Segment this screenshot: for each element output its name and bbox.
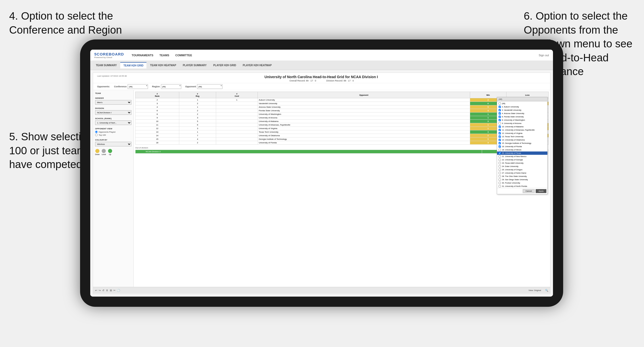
dropdown-checkbox[interactable] — [499, 169, 501, 171]
dropdown-checkbox[interactable] — [499, 178, 501, 181]
zoom-icon[interactable]: 🔍 — [545, 289, 548, 292]
dropdown-item[interactable]: 11. University of Arkansas, Fayetteville — [497, 128, 547, 132]
apply-button[interactable]: Apply — [536, 189, 546, 193]
td-opponent: University of Washington — [258, 113, 470, 116]
tab-team-h2h-heatmap[interactable]: TEAM H2H HEATMAP — [147, 62, 179, 68]
dropdown-item-label: 2. Auburn University — [502, 106, 519, 108]
region-select[interactable]: (All) — [161, 84, 181, 89]
conference-select-wrapper[interactable]: (All) — [128, 84, 148, 89]
dropdown-item[interactable]: 20. University of Texas — [497, 151, 547, 155]
division-record: Division Record: 88 · 17 · 0 — [326, 79, 354, 82]
dropdown-checkbox[interactable] — [499, 162, 501, 164]
tab-player-summary[interactable]: PLAYER SUMMARY — [180, 62, 210, 68]
dropdown-checkbox[interactable] — [499, 182, 501, 184]
td-opponent: Florida State University — [258, 109, 470, 113]
gender-select[interactable]: Men's — [95, 100, 131, 105]
radio-top100[interactable]: Top 100 — [95, 134, 131, 136]
dropdown-item[interactable]: 15. Georgia Institute of Technology — [497, 142, 547, 145]
dropdown-item[interactable]: 30. Purdue University — [497, 181, 547, 185]
dropdown-item[interactable]: 21. University of New Mexico — [497, 155, 547, 158]
dropdown-item[interactable]: 27. University of Notre Dame — [497, 171, 547, 175]
dropdown-checkbox[interactable] — [499, 129, 501, 131]
dropdown-item[interactable]: 6. Florida State University — [497, 115, 547, 118]
nav-teams[interactable]: TEAMS — [159, 53, 169, 58]
dropdown-checkbox[interactable] — [499, 109, 501, 111]
dropdown-checkbox[interactable] — [499, 102, 501, 105]
dropdown-checkbox[interactable] — [499, 132, 501, 134]
tab-team-summary[interactable]: TEAM SUMMARY — [93, 62, 120, 68]
dropdown-item[interactable]: 25. University of Oregon — [497, 168, 547, 171]
pause-icon[interactable]: ⏸ — [106, 289, 108, 292]
tab-player-h2h-heatmap[interactable]: PLAYER H2H HEATMAP — [240, 62, 275, 68]
td-opponent: Vanderbilt University — [258, 102, 470, 105]
dropdown-item[interactable]: (All) — [497, 102, 547, 105]
dropdown-checkbox[interactable] — [499, 145, 501, 148]
td-opponent: University of Virginia — [258, 127, 470, 130]
dropdown-checkbox[interactable] — [499, 126, 501, 128]
nav-committee[interactable]: COMMITTEE — [175, 53, 192, 58]
dropdown-checkbox[interactable] — [499, 116, 501, 118]
copy-icon[interactable]: ⊞ — [110, 289, 112, 292]
dropdown-item-label: 27. University of Notre Dame — [502, 172, 526, 174]
dropdown-item-label: 24. Duke University — [502, 165, 518, 168]
opponent-select[interactable]: (All) — [197, 84, 222, 89]
dropdown-item-label: 21. University of New Mexico — [502, 155, 527, 158]
dropdown-checkbox[interactable] — [499, 165, 501, 168]
cut-icon[interactable]: ✂ — [113, 289, 115, 292]
td-conf — [216, 127, 258, 130]
dropdown-item[interactable]: 2. Auburn University — [497, 105, 547, 108]
opponent-select-wrapper[interactable]: (All) — [197, 84, 222, 89]
radio-top100-input[interactable] — [95, 134, 98, 136]
td-rank: 10 — [136, 120, 179, 123]
dropdown-checkbox[interactable] — [499, 175, 501, 177]
dropdown-item[interactable]: 8. University of Washington — [497, 118, 547, 122]
colour-select[interactable]: Win/loss — [95, 142, 131, 146]
dropdown-checkbox[interactable] — [499, 106, 501, 108]
tab-player-h2h-grid[interactable]: PLAYER H2H GRID — [210, 62, 239, 68]
dropdown-checkbox[interactable] — [499, 159, 501, 161]
conference-select[interactable]: (All) — [128, 84, 148, 89]
tab-team-h2h-grid[interactable]: TEAM H2H GRID — [120, 62, 146, 68]
dropdown-item[interactable]: 28. The Ohio State University — [497, 175, 547, 178]
division-select[interactable]: NCAA Division I — [95, 110, 131, 115]
legend-down-circle — [95, 149, 99, 153]
dropdown-checkbox[interactable] — [499, 149, 501, 151]
dropdown-checkbox[interactable] — [499, 155, 501, 158]
redo-icon[interactable]: ↪ — [99, 289, 101, 292]
dropdown-item[interactable]: 29. San Diego State University — [497, 178, 547, 181]
td-reg: 1 — [179, 98, 216, 102]
dropdown-item[interactable]: 31. University of North Florida — [497, 185, 547, 188]
region-select-wrapper[interactable]: (All) — [161, 84, 181, 89]
dropdown-item[interactable]: 12. University of Virginia — [497, 132, 547, 135]
dropdown-item[interactable]: 3. Vanderbilt University — [497, 108, 547, 112]
cancel-button[interactable]: Cancel — [523, 189, 535, 193]
radio-opponents-played[interactable]: Opponents Played — [95, 131, 131, 133]
dropdown-item[interactable]: 16. University of Florida — [497, 145, 547, 148]
dropdown-item[interactable]: 4. Arizona State University — [497, 112, 547, 115]
school-select[interactable]: 1. University of Nort... — [95, 120, 131, 125]
dropdown-item[interactable]: 24. Duke University — [497, 165, 547, 168]
undo-icon[interactable]: ↩ — [95, 289, 97, 292]
dropdown-checkbox[interactable] — [499, 122, 501, 124]
dropdown-item[interactable]: 13. Texas Tech University — [497, 135, 547, 138]
dropdown-checkbox[interactable] — [499, 119, 501, 121]
dropdown-item[interactable]: 14. University of Oklahoma — [497, 138, 547, 142]
dropdown-checkbox[interactable] — [499, 152, 501, 154]
dropdown-checkbox[interactable] — [499, 142, 501, 144]
nav-signout[interactable]: Sign out — [539, 54, 549, 57]
nav-tournaments[interactable]: TOURNAMENTS — [132, 53, 153, 58]
dropdown-checkbox[interactable] — [499, 172, 501, 174]
dropdown-checkbox[interactable] — [499, 112, 501, 115]
dropdown-item[interactable]: 23. Texas A&M University — [497, 161, 547, 165]
dropdown-checkbox[interactable] — [499, 139, 501, 141]
dropdown-item[interactable]: 10. University of Alabama — [497, 125, 547, 128]
refresh-icon[interactable]: ↺ — [102, 289, 104, 292]
dropdown-checkbox[interactable] — [499, 185, 501, 187]
dropdown-item[interactable]: 18. University of Illinois — [497, 148, 547, 151]
radio-opponents-played-input[interactable] — [95, 131, 98, 133]
clock-icon[interactable]: 🕐 — [117, 289, 120, 292]
dropdown-item[interactable]: 22. University of Georgia — [497, 158, 547, 161]
dropdown-checkbox[interactable] — [499, 135, 501, 138]
dropdown-item[interactable]: 9. University of Arizona — [497, 122, 547, 125]
left-sidebar: Team Gender Men's Division NCAA Division… — [93, 90, 134, 287]
